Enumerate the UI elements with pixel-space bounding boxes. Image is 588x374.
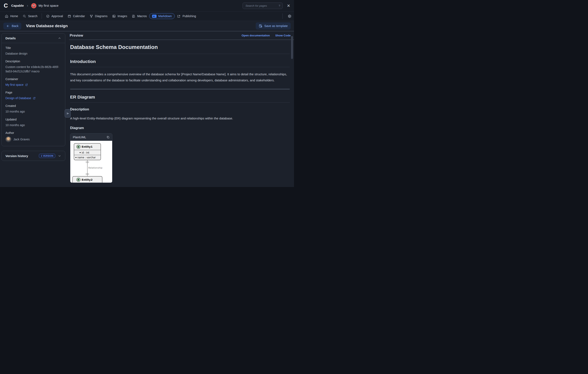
relationship-label: Relationship xyxy=(88,166,103,169)
field-author: Author Jack Graves xyxy=(5,131,61,142)
chevron-up-icon[interactable] xyxy=(58,36,61,40)
search-box[interactable]: ? xyxy=(242,2,283,9)
author-avatar xyxy=(5,136,11,142)
markdown-icon: M↓ xyxy=(152,15,157,18)
nav-label: Search xyxy=(28,15,37,18)
field-label: Created xyxy=(5,104,61,107)
top-bar: C Capable › My first space ? ✕ xyxy=(0,0,294,11)
image-icon xyxy=(112,14,116,18)
back-button[interactable]: Back xyxy=(3,23,21,30)
plantuml-card-header: PlantUML xyxy=(70,134,112,141)
arrow-left-icon xyxy=(6,24,10,28)
nav-label: Markdown xyxy=(158,15,172,18)
nav-item-search[interactable]: Search xyxy=(20,13,40,20)
nav-label: Macros xyxy=(137,15,147,18)
details-header-label: Details xyxy=(5,36,16,40)
doc-paragraph-introduction: This document provides a comprehensive o… xyxy=(70,71,290,83)
check-circle-icon xyxy=(46,14,50,18)
open-documentation-link[interactable]: Open documentation xyxy=(242,34,270,37)
gear-icon[interactable] xyxy=(287,14,292,18)
space-icon xyxy=(31,3,36,8)
external-link-icon xyxy=(33,97,36,100)
branch-icon xyxy=(90,14,93,18)
show-code-link[interactable]: Show Code xyxy=(275,34,291,37)
plantuml-label: PlantUML xyxy=(73,135,86,139)
copy-icon[interactable] xyxy=(106,135,110,139)
chevron-down-icon[interactable] xyxy=(58,154,61,158)
details-card: Details Title Database design Descriptio… xyxy=(1,33,65,146)
save-as-template-label: Save as template xyxy=(264,24,288,28)
entity1-name: Entity1 xyxy=(82,145,93,148)
field-description: Description Custom content for e3de4c2b-… xyxy=(5,60,61,73)
nav-item-calendar[interactable]: Calendar xyxy=(65,13,87,20)
nav-item-publishing[interactable]: Publishing xyxy=(175,13,198,20)
collapse-sidebar-button[interactable] xyxy=(65,109,71,118)
field-label: Title xyxy=(5,46,61,50)
nav-label: Calendar xyxy=(73,15,85,18)
container-link-label: My first space xyxy=(5,83,23,87)
page-link[interactable]: Design of Database xyxy=(5,96,36,100)
version-history-title: Version history xyxy=(5,154,36,158)
details-fields: Title Database design Description Custom… xyxy=(2,43,65,146)
share-out-icon xyxy=(177,14,181,18)
breadcrumb-app[interactable]: Capable xyxy=(11,4,24,8)
entity1-stereotype: E xyxy=(78,145,79,148)
field-label: Author xyxy=(5,131,61,135)
preview-header: Preview Open documentation Show Code xyxy=(69,31,294,40)
field-value: 10 months ago xyxy=(5,123,61,127)
nav-item-macros[interactable]: Macros xyxy=(129,13,149,20)
nav-item-diagrams[interactable]: Diagrams xyxy=(87,13,110,20)
topbar-right: ? ✕ xyxy=(242,2,290,9)
entity2-stereotype: E xyxy=(78,178,79,181)
capable-logo-icon[interactable]: C xyxy=(4,3,8,9)
search-icon xyxy=(23,14,26,18)
version-history-card[interactable]: Version history 1 VERSION xyxy=(1,151,65,161)
page-toolbar: Back View Database design Save as templa… xyxy=(0,21,294,31)
nav-bar: Home Search Approval Calendar Diagrams I… xyxy=(0,11,294,21)
er-entity1: E Entity1 id : int name : varchar xyxy=(74,144,101,160)
close-icon[interactable]: ✕ xyxy=(287,4,290,8)
nav-label: Diagrams xyxy=(95,15,107,18)
nav-label: Home xyxy=(10,15,18,18)
doc-title: Database Schema Documentation xyxy=(70,44,290,54)
field-value: Custom content for e3de4c2b-882b-485f-9a… xyxy=(5,65,61,73)
back-label: Back xyxy=(12,24,18,28)
breadcrumb-space[interactable]: My first space xyxy=(39,4,59,8)
entity1-attr-id: id : int xyxy=(82,151,89,154)
calendar-icon xyxy=(68,14,71,18)
nav-item-images[interactable]: Images xyxy=(110,13,129,20)
field-value: Database design xyxy=(5,52,61,56)
app-window: C Capable › My first space ? ✕ Home xyxy=(0,0,294,187)
page-link-label: Design of Database xyxy=(5,96,31,100)
entity2-name: Entity2 xyxy=(82,178,93,181)
breadcrumb-separator-icon: › xyxy=(27,4,28,8)
save-as-template-button[interactable]: Save as template xyxy=(256,22,291,30)
horizontal-rule xyxy=(70,89,290,90)
nav-item-home[interactable]: Home xyxy=(2,13,20,20)
nav-label: Approval xyxy=(52,15,63,18)
search-shortcut-hint: ? xyxy=(279,4,280,7)
container-link[interactable]: My first space xyxy=(5,83,28,87)
field-label: Container xyxy=(5,77,61,81)
field-updated: Updated 10 months ago xyxy=(5,118,61,127)
details-sidebar: Details Title Database design Descriptio… xyxy=(1,33,65,161)
field-label: Page xyxy=(5,91,61,94)
author-name: Jack Graves xyxy=(13,138,30,141)
doc-heading-introduction: Introduction xyxy=(70,59,290,67)
field-created: Created 10 months ago xyxy=(5,104,61,114)
plantuml-diagram: E Entity1 id : int name : varchar xyxy=(70,141,112,183)
nav-item-approval[interactable]: Approval xyxy=(44,13,65,20)
entity1-attr-name: name : varchar xyxy=(77,156,96,159)
home-icon xyxy=(5,14,8,18)
nav-item-markdown[interactable]: M↓ Markdown xyxy=(149,13,175,19)
plantuml-card: PlantUML E Entity1 id : int xyxy=(70,133,112,183)
field-title: Title Database design xyxy=(5,46,61,56)
field-label: Updated xyxy=(5,118,61,121)
details-card-header[interactable]: Details xyxy=(2,33,65,43)
document-preview: Database Schema Documentation Introducti… xyxy=(69,40,294,184)
save-template-icon xyxy=(259,24,262,28)
page-title: View Database design xyxy=(26,24,68,28)
search-input[interactable] xyxy=(245,4,277,8)
scrollbar[interactable] xyxy=(291,36,293,59)
doc-heading-diagram: Diagram xyxy=(70,126,290,130)
